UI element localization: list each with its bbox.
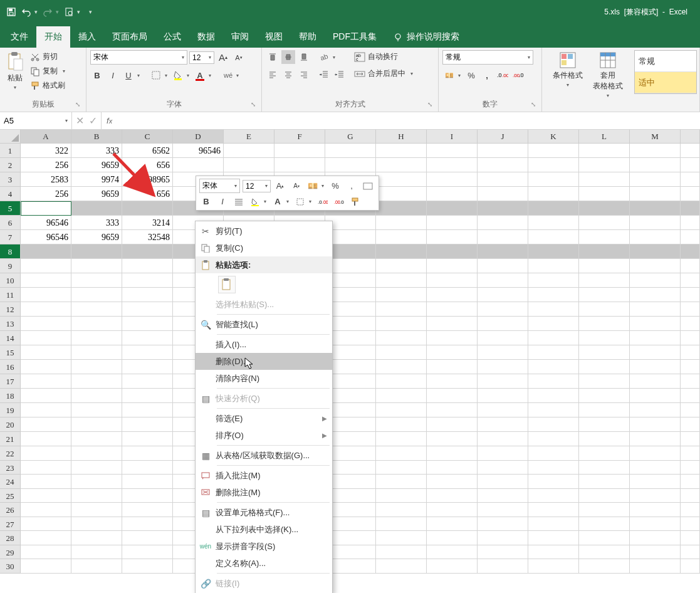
cell-L23[interactable]: [579, 461, 630, 475]
cell-H1[interactable]: [376, 144, 427, 158]
cell-B18[interactable]: [71, 389, 122, 403]
cell-G12[interactable]: [325, 302, 376, 317]
tab-view[interactable]: 视图: [257, 26, 291, 48]
cell-M8[interactable]: [630, 244, 681, 259]
cell-J15[interactable]: [478, 345, 528, 360]
paste-option-keep-source[interactable]: [218, 276, 236, 293]
cell-H6[interactable]: [376, 216, 427, 230]
borders-button[interactable]: [149, 68, 163, 82]
row-header-3[interactable]: 3: [0, 172, 21, 187]
cell-C22[interactable]: [122, 446, 173, 461]
cell-L24[interactable]: [579, 475, 630, 489]
ctx-cut[interactable]: ✂剪切(T): [196, 223, 332, 239]
cell-L3[interactable]: [579, 172, 630, 187]
number-format-combo[interactable]: 常规▾: [442, 50, 533, 65]
cell-J23[interactable]: [478, 461, 528, 475]
formula-bar[interactable]: [117, 112, 700, 129]
cancel-formula-icon[interactable]: ✕: [76, 115, 84, 127]
cell-H22[interactable]: [376, 446, 427, 461]
cell-A27[interactable]: [21, 517, 71, 532]
row-header-21[interactable]: 21: [0, 432, 21, 446]
cell-C25[interactable]: [122, 489, 173, 503]
cell-H17[interactable]: [376, 374, 427, 389]
cell-J30[interactable]: [478, 559, 528, 574]
cell-K18[interactable]: [528, 389, 579, 403]
cell-H30[interactable]: [376, 559, 427, 574]
cell-M2[interactable]: [630, 158, 681, 172]
cell-A28[interactable]: [21, 531, 71, 545]
cell-B12[interactable]: [71, 302, 122, 317]
row-header-27[interactable]: 27: [0, 517, 21, 532]
redo-icon[interactable]: [43, 7, 53, 17]
grow-font-button[interactable]: A▴: [216, 51, 230, 65]
cell-I17[interactable]: [427, 374, 478, 389]
cell-A6[interactable]: 96546: [21, 216, 71, 230]
cell-B26[interactable]: [71, 503, 122, 517]
align-middle-button[interactable]: [281, 50, 295, 64]
cell-I15[interactable]: [427, 345, 478, 360]
row-header-11[interactable]: 11: [0, 288, 21, 302]
mini-merge[interactable]: [361, 179, 375, 193]
cell-H16[interactable]: [376, 360, 427, 374]
cell-L30[interactable]: [579, 559, 630, 574]
cell-H9[interactable]: [376, 259, 427, 273]
cell-L29[interactable]: [579, 545, 630, 560]
cell-H20[interactable]: [376, 417, 427, 432]
cell-C2[interactable]: 656: [122, 158, 173, 172]
cell-A10[interactable]: [21, 273, 71, 288]
cell-C9[interactable]: [122, 259, 173, 273]
row-header-7[interactable]: 7: [0, 230, 21, 244]
cell-J9[interactable]: [478, 259, 528, 273]
cell-L9[interactable]: [579, 259, 630, 273]
cell-K3[interactable]: [528, 172, 579, 187]
cell-K19[interactable]: [528, 403, 579, 417]
cell-K16[interactable]: [528, 360, 579, 374]
cell-M12[interactable]: [630, 302, 681, 317]
ctx-show-pinyin[interactable]: wén显示拼音字段(S): [196, 538, 332, 555]
cell-H3[interactable]: [376, 172, 427, 187]
tab-layout[interactable]: 页面布局: [104, 26, 155, 48]
cell-I20[interactable]: [427, 417, 478, 432]
column-header-I[interactable]: I: [427, 130, 478, 144]
select-all-corner[interactable]: [0, 130, 21, 144]
cell-J29[interactable]: [478, 545, 528, 560]
cell-A26[interactable]: [21, 503, 71, 517]
mini-accounting[interactable]: 💴: [306, 179, 320, 193]
format-table-button[interactable]: 套用 表格格式▾: [590, 50, 625, 100]
cell-I14[interactable]: [427, 331, 478, 345]
cell-K13[interactable]: [528, 317, 579, 331]
ctx-copy[interactable]: 复制(C): [196, 239, 332, 256]
mini-comma[interactable]: ,: [345, 179, 358, 193]
cell-A12[interactable]: [21, 302, 71, 317]
conditional-format-button[interactable]: 条件格式▾: [550, 50, 585, 89]
cell-L8[interactable]: [579, 244, 630, 259]
cell-A1[interactable]: 322: [21, 144, 71, 158]
cell-L2[interactable]: [579, 158, 630, 172]
cell-K22[interactable]: [528, 446, 579, 461]
cell-H26[interactable]: [376, 503, 427, 517]
cell-I3[interactable]: [427, 172, 478, 187]
cell-G8[interactable]: [325, 244, 376, 259]
font-name-combo[interactable]: 宋体▾: [90, 50, 187, 65]
column-header-B[interactable]: B: [71, 130, 122, 144]
cell-M27[interactable]: [630, 517, 681, 532]
cell-B5[interactable]: [71, 201, 122, 216]
cell-B17[interactable]: [71, 374, 122, 389]
cell-K2[interactable]: [528, 158, 579, 172]
copy-button[interactable]: 复制▾: [29, 65, 66, 78]
cell-J20[interactable]: [478, 417, 528, 432]
clipboard-launcher[interactable]: ⤡: [75, 101, 84, 110]
row-header-26[interactable]: 26: [0, 503, 21, 517]
row-header-14[interactable]: 14: [0, 331, 21, 345]
cell-M4[interactable]: [630, 187, 681, 201]
cell-M30[interactable]: [630, 559, 681, 574]
cell-I21[interactable]: [427, 432, 478, 446]
comma-button[interactable]: ,: [480, 68, 494, 82]
cell-G6[interactable]: [325, 216, 376, 230]
cell-L17[interactable]: [579, 374, 630, 389]
undo-dropdown[interactable]: ▾: [34, 9, 38, 15]
decrease-decimal-button[interactable]: .00.0: [511, 68, 525, 82]
cell-G10[interactable]: [325, 273, 376, 288]
cell-M3[interactable]: [630, 172, 681, 187]
row-header-29[interactable]: 29: [0, 545, 21, 560]
